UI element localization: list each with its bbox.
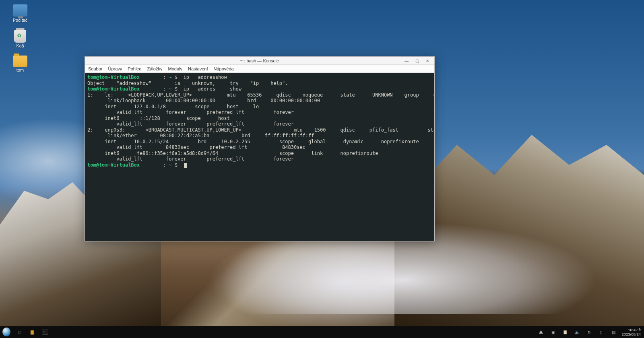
tray-volume-icon[interactable]: 🔈: [573, 328, 581, 336]
desktop-icon-trash[interactable]: Koš: [6, 30, 34, 48]
menu-help[interactable]: Nápověda: [214, 66, 234, 71]
desktop-icon-computer[interactable]: Počítač: [6, 4, 34, 23]
icon-label: tom: [17, 68, 24, 72]
window-title: ~ : bash — Konsole: [240, 58, 279, 63]
menu-bookmarks[interactable]: Záložky: [147, 66, 163, 71]
start-menu-button[interactable]: [2, 328, 10, 336]
tray-clipboard-icon[interactable]: 📋: [561, 328, 569, 336]
icon-label: Koš: [17, 43, 24, 48]
menu-plugins[interactable]: Moduly: [168, 66, 182, 71]
menu-settings[interactable]: Nastavení: [188, 66, 208, 71]
clock-date: 2023/08/24: [621, 332, 641, 336]
tray-expand-icon[interactable]: [537, 328, 545, 336]
taskbar-clock[interactable]: 10:42 ft 2023/08/24: [621, 328, 642, 336]
terminal-output[interactable]: tom@tom-VirtualBox : ~ $ ip addresshowOb…: [85, 73, 434, 241]
clock-time: 10:42 ft: [621, 328, 641, 332]
folder-icon: [13, 56, 27, 67]
chevron-up-icon: [539, 330, 543, 334]
menu-view[interactable]: Pohled: [128, 66, 141, 71]
maximize-button[interactable]: ▢: [412, 57, 422, 65]
monitor-icon: [12, 4, 28, 17]
tray-battery-icon[interactable]: ▯: [597, 328, 605, 336]
window-controls: — ▢ ✕: [401, 57, 433, 65]
menu-file[interactable]: Soubor: [88, 66, 102, 71]
trash-icon: [14, 30, 26, 43]
tray-network-icon[interactable]: ⇅: [585, 328, 593, 336]
task-manager-icon[interactable]: ▭: [15, 328, 23, 336]
file-manager-icon[interactable]: ▇: [28, 328, 36, 336]
minimize-button[interactable]: —: [401, 57, 412, 65]
close-button[interactable]: ✕: [422, 57, 433, 65]
konsole-window[interactable]: ~ : bash — Konsole — ▢ ✕ Soubor Úpravy P…: [85, 56, 435, 241]
desktop-icon-home-folder[interactable]: tom: [6, 56, 34, 72]
kde-logo-icon: [2, 328, 10, 336]
menu-bar: Soubor Úpravy Pohled Záložky Moduly Nast…: [85, 65, 434, 73]
taskbar-konsole-icon[interactable]: $_: [41, 328, 49, 336]
tray-notification-icon[interactable]: ▤: [609, 328, 617, 336]
menu-edit[interactable]: Úpravy: [108, 66, 122, 71]
window-titlebar[interactable]: ~ : bash — Konsole — ▢ ✕: [85, 57, 434, 65]
icon-label: Počítač: [13, 18, 28, 23]
taskbar[interactable]: ▭ ▇ $_ ▣ 📋 🔈 ⇅ ▯ ▤ 10:42 ft 2023/08/24: [0, 326, 644, 338]
tray-shield-icon[interactable]: ▣: [549, 328, 557, 336]
desktop-icons: Počítač Koš tom: [6, 4, 34, 72]
